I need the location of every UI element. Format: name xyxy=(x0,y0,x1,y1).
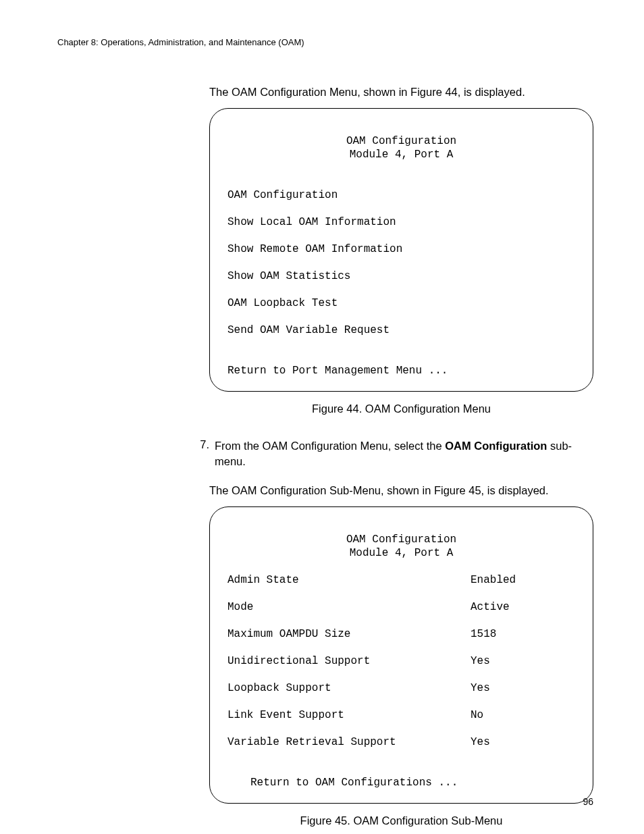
kv-label: Maximum OAMPDU Size xyxy=(227,627,471,641)
kv-value: Active xyxy=(471,600,510,614)
figure-44-return: Return to Port Management Menu ... xyxy=(227,365,448,377)
kv-label: Admin State xyxy=(227,573,471,587)
figure-44-item: Show Local OAM Information xyxy=(227,216,396,228)
figure-45-box: OAM ConfigurationModule 4, Port A Admin … xyxy=(209,506,593,804)
kv-value: Yes xyxy=(471,654,490,668)
step-7: 7. From the OAM Configuration Menu, sele… xyxy=(190,438,593,469)
figure-45-subtitle: Module 4, Port A xyxy=(227,546,575,560)
figure-44-caption: Figure 44. OAM Configuration Menu xyxy=(209,402,593,415)
kv-value: Yes xyxy=(471,681,490,695)
step-7-text-bold: OAM Configuration xyxy=(445,440,547,452)
figure-44-box: OAM ConfigurationModule 4, Port A OAM Co… xyxy=(209,108,593,392)
intro-text-2: The OAM Configuration Sub-Menu, shown in… xyxy=(209,483,593,498)
step-7-number: 7. xyxy=(190,438,209,451)
figure-44-item: Send OAM Variable Request xyxy=(227,324,390,336)
chapter-header: Chapter 8: Operations, Administration, a… xyxy=(57,37,593,47)
intro-text-1: The OAM Configuration Menu, shown in Fig… xyxy=(209,84,593,100)
figure-45-title: OAM Configuration xyxy=(227,533,575,546)
figure-45-return: Return to OAM Configurations ... xyxy=(227,777,458,789)
kv-label: Loopback Support xyxy=(227,681,471,695)
figure-44-subtitle: Module 4, Port A xyxy=(227,148,575,161)
figure-44-item: Show Remote OAM Information xyxy=(227,243,402,255)
figure-45-caption: Figure 45. OAM Configuration Sub-Menu xyxy=(209,814,593,827)
kv-label: Mode xyxy=(227,600,471,614)
figure-44-item: OAM Loopback Test xyxy=(227,297,338,309)
kv-label: Link Event Support xyxy=(227,708,471,722)
figure-44-title: OAM Configuration xyxy=(227,134,575,148)
kv-value: 1518 xyxy=(471,627,496,641)
figure-44-item: OAM Configuration xyxy=(227,189,338,201)
kv-value: Enabled xyxy=(471,573,516,587)
kv-value: No xyxy=(471,708,483,722)
step-7-text-prefix: From the OAM Configuration Menu, select … xyxy=(215,440,445,452)
figure-44-item: Show OAM Statistics xyxy=(227,270,350,282)
page-number: 96 xyxy=(583,796,593,807)
kv-value: Yes xyxy=(471,735,490,749)
kv-label: Variable Retrieval Support xyxy=(227,735,471,749)
kv-label: Unidirectional Support xyxy=(227,654,471,668)
